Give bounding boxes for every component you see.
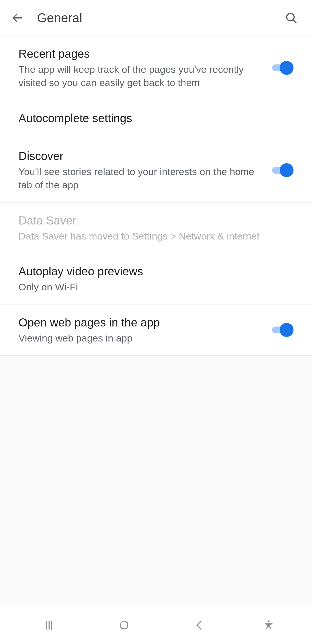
svg-point-7 [268, 620, 270, 622]
setting-text: Open web pages in the app Viewing web pa… [18, 315, 270, 345]
page-title: General [37, 11, 281, 25]
search-icon [285, 12, 298, 24]
setting-title: Discover [18, 149, 261, 164]
setting-subtitle: Viewing web pages in app [18, 332, 261, 345]
setting-autocomplete[interactable]: Autocomplete settings [0, 100, 312, 138]
setting-discover[interactable]: Discover You'll see stories related to y… [0, 138, 312, 203]
setting-title: Recent pages [18, 46, 261, 61]
accessibility-icon [263, 619, 274, 631]
nav-back-button[interactable] [182, 614, 217, 637]
setting-data-saver: Data Saver Data Saver has moved to Setti… [0, 203, 312, 254]
setting-text: Autocomplete settings [18, 111, 294, 127]
setting-text: Discover You'll see stories related to y… [18, 149, 270, 192]
nav-home-button[interactable] [107, 614, 142, 637]
setting-subtitle: You'll see stories related to your inter… [18, 165, 261, 192]
setting-autoplay-video[interactable]: Autoplay video previews Only on Wi-Fi [0, 253, 312, 305]
setting-open-web-pages[interactable]: Open web pages in the app Viewing web pa… [0, 305, 312, 356]
open-web-pages-toggle[interactable] [270, 323, 294, 337]
setting-subtitle: Data Saver has moved to Settings > Netwo… [18, 230, 284, 243]
setting-title: Open web pages in the app [18, 315, 261, 330]
nav-recents-button[interactable] [32, 614, 66, 637]
recent-pages-toggle[interactable] [270, 61, 294, 75]
home-icon [117, 618, 131, 632]
setting-text: Data Saver Data Saver has moved to Setti… [18, 213, 294, 243]
chevron-left-icon [192, 618, 206, 632]
svg-line-2 [293, 20, 296, 23]
setting-subtitle: The app will keep track of the pages you… [18, 63, 261, 90]
setting-title: Autoplay video previews [18, 264, 284, 279]
system-nav-bar [0, 606, 312, 644]
search-button[interactable] [281, 8, 302, 28]
discover-toggle[interactable] [270, 163, 294, 177]
setting-recent-pages[interactable]: Recent pages The app will keep track of … [0, 36, 312, 100]
settings-list: Recent pages The app will keep track of … [0, 36, 312, 356]
svg-rect-6 [121, 622, 128, 629]
setting-text: Autoplay video previews Only on Wi-Fi [18, 264, 294, 294]
nav-accessibility-button[interactable] [257, 614, 280, 637]
recents-icon [42, 618, 56, 632]
toggle-thumb [280, 61, 294, 75]
app-bar: General [0, 0, 312, 36]
setting-text: Recent pages The app will keep track of … [18, 46, 270, 90]
setting-subtitle: Only on Wi-Fi [18, 281, 284, 294]
setting-title: Data Saver [18, 213, 284, 228]
arrow-left-icon [11, 12, 24, 24]
back-button[interactable] [7, 8, 28, 28]
toggle-thumb [280, 323, 294, 337]
toggle-thumb [280, 163, 294, 177]
setting-title: Autocomplete settings [18, 111, 284, 126]
